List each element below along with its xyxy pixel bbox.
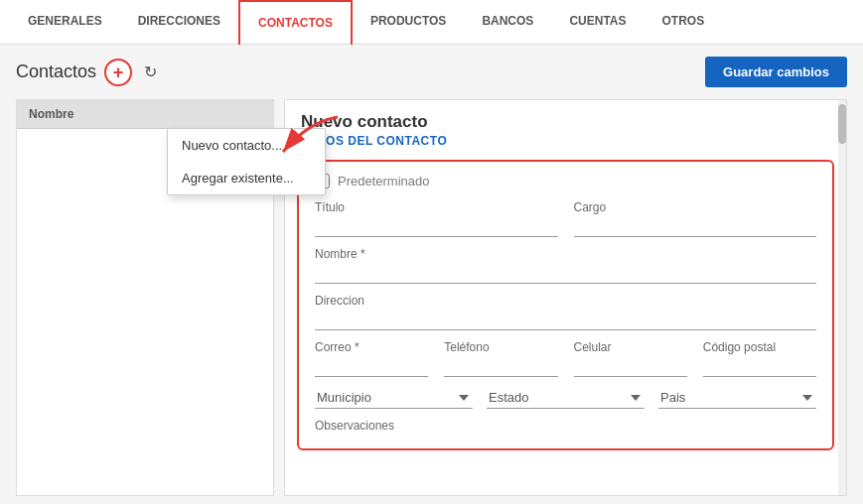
cargo-input[interactable] (574, 216, 817, 237)
top-nav: GENERALES DIRECCIONES CONTACTOS PRODUCTO… (0, 0, 863, 45)
scrollbar-thumb (838, 104, 846, 144)
telefono-field: Teléfono (444, 340, 557, 377)
main-area: Contactos + ↻ Guardar cambios Nuevo cont… (0, 45, 863, 504)
tab-cuentas[interactable]: CUENTAS (551, 0, 644, 44)
nombre-input[interactable] (315, 263, 816, 284)
nombre-field: Nombre * (315, 247, 816, 284)
direccion-field: Direccion (315, 294, 816, 330)
correo-input[interactable] (315, 356, 428, 377)
codigo-postal-label: Código postal (703, 340, 816, 354)
titulo-cargo-row: Título Cargo (315, 200, 816, 237)
refresh-button[interactable]: ↻ (140, 61, 161, 83)
direccion-label: Direccion (315, 294, 816, 308)
panel-title-bar: Nuevo contacto DATOS DEL CONTACTO (285, 100, 846, 152)
save-button[interactable]: Guardar cambios (705, 57, 847, 87)
observaciones-label: Observaciones (315, 419, 816, 433)
nombre-label: Nombre * (315, 247, 816, 261)
titulo-input[interactable] (315, 216, 558, 237)
celular-label: Celular (574, 340, 687, 354)
correo-label: Correo * (315, 340, 428, 354)
panel-scrollbar[interactable] (838, 100, 846, 495)
dropdown-add-existing[interactable]: Agregar existente... (168, 162, 325, 194)
tab-productos[interactable]: PRODUCTOS (353, 0, 464, 44)
celular-input[interactable] (574, 356, 687, 377)
estado-field: Estado (487, 387, 645, 409)
contact-form: Predeterminado Título Cargo (297, 160, 834, 450)
contacts-list-header: Nombre (17, 100, 273, 129)
estado-select[interactable]: Estado (487, 387, 645, 409)
predeterminado-label: Predeterminado (338, 174, 430, 189)
nombre-row: Nombre * (315, 247, 816, 284)
titulo-field: Título (315, 200, 558, 237)
contact-details-row: Correo * Teléfono Celular Código postal (315, 340, 816, 377)
direccion-input[interactable] (315, 310, 816, 330)
pais-select[interactable]: Pais (658, 387, 816, 409)
dropdown-menu: Nuevo contacto... Agregar existente... (167, 128, 326, 195)
tab-otros[interactable]: OTROS (645, 0, 723, 44)
new-contact-panel: Nuevo contacto DATOS DEL CONTACTO Predet… (284, 99, 847, 496)
pais-field: Pais (658, 387, 816, 409)
dropdown-new-contact[interactable]: Nuevo contacto... (168, 129, 325, 162)
titulo-label: Título (315, 200, 558, 214)
tab-direcciones[interactable]: DIRECCIONES (120, 0, 238, 44)
tab-generales[interactable]: GENERALES (10, 0, 120, 44)
tab-bancos[interactable]: BANCOS (464, 0, 551, 44)
municipio-field: Municipio (315, 387, 473, 409)
page-header: Contactos + ↻ Guardar cambios (16, 57, 847, 87)
celular-field: Celular (574, 340, 687, 377)
contacts-section: Nombre Nuevo contacto DATOS DEL CONTACTO… (16, 99, 847, 496)
municipio-select[interactable]: Municipio (315, 387, 473, 409)
tab-contactos[interactable]: CONTACTOS (238, 0, 353, 45)
direccion-row: Direccion (315, 294, 816, 330)
observaciones-row: Observaciones (315, 419, 816, 433)
add-contact-button[interactable]: + (104, 59, 132, 86)
telefono-input[interactable] (444, 356, 557, 377)
correo-field: Correo * (315, 340, 428, 377)
cargo-label: Cargo (574, 200, 817, 214)
panel-subtitle: DATOS DEL CONTACTO (301, 134, 830, 148)
telefono-label: Teléfono (444, 340, 557, 354)
codigo-postal-field: Código postal (703, 340, 816, 377)
codigo-postal-input[interactable] (703, 356, 816, 377)
page-title: Contactos (16, 62, 96, 82)
location-row: Municipio Estado Pais (315, 387, 816, 409)
cargo-field: Cargo (574, 200, 817, 237)
predeterminado-row: Predeterminado (315, 174, 816, 189)
panel-title: Nuevo contacto (301, 112, 830, 132)
